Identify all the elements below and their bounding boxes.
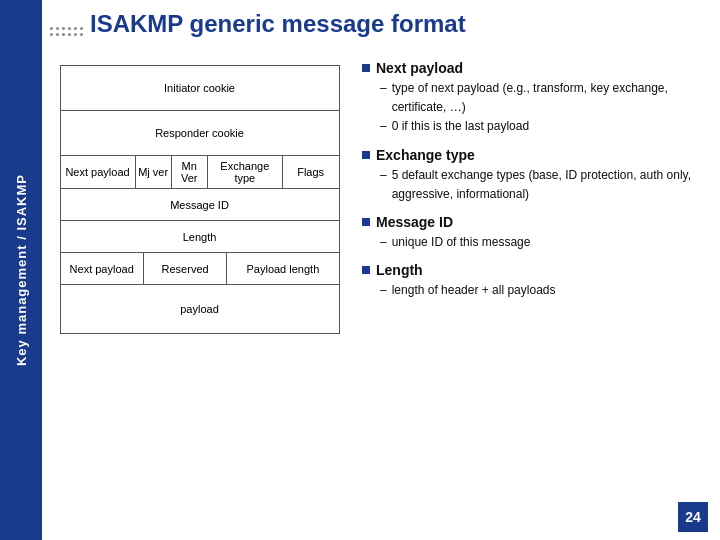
page-number: 24: [678, 502, 708, 532]
responder-cookie-label: Responder cookie: [155, 127, 244, 139]
bullet-title-message-id: Message ID: [362, 214, 705, 230]
bullet-title-length: Length: [362, 262, 705, 278]
bullet-length: Length length of header + all payloads: [362, 262, 705, 300]
bullet-exchange-type: Exchange type 5 default exchange types (…: [362, 147, 705, 204]
dots-decoration: [50, 27, 83, 36]
initiator-cookie-label: Initiator cookie: [164, 82, 235, 94]
diagram-row-payload: payload: [61, 285, 339, 333]
payload-length-cell: Payload length: [227, 253, 338, 284]
sidebar: Key management / ISAKMP: [0, 0, 42, 540]
bullet-icon-exchange-type: [362, 151, 370, 159]
sub-item-length-0: length of header + all payloads: [380, 281, 705, 300]
mj-ver-cell: Mj ver: [136, 156, 172, 188]
sub-items-message-id: unique ID of this message: [362, 233, 705, 252]
sub-item-message-id-0: unique ID of this message: [380, 233, 705, 252]
diagram-row-length: Length: [61, 221, 339, 253]
next-payload-cell-1: Next payload: [61, 156, 136, 188]
sidebar-label: Key management / ISAKMP: [14, 174, 29, 366]
bullet-icon-message-id: [362, 218, 370, 226]
diagram-row-responder: Responder cookie: [61, 111, 339, 156]
reserved-cell: Reserved: [144, 253, 227, 284]
sub-items-next-payload: type of next payload (e.g., transform, k…: [362, 79, 705, 137]
bullet-title-next-payload: Next payload: [362, 60, 705, 76]
bullet-next-payload: Next payload type of next payload (e.g.,…: [362, 60, 705, 137]
bullet-message-id: Message ID unique ID of this message: [362, 214, 705, 252]
diagram-row-header: Next payload Mj ver Mn Ver Exchange type…: [61, 156, 339, 189]
bullet-icon-length: [362, 266, 370, 274]
sub-item-exchange-type-0: 5 default exchange types (base, ID prote…: [380, 166, 705, 204]
next-payload-cell-2: Next payload: [61, 253, 144, 284]
sub-items-exchange-type: 5 default exchange types (base, ID prote…: [362, 166, 705, 204]
diagram-row-initiator: Initiator cookie: [61, 66, 339, 111]
diagram-row-payload-header: Next payload Reserved Payload length: [61, 253, 339, 285]
slide-title: ISAKMP generic message format: [90, 10, 466, 38]
sub-items-length: length of header + all payloads: [362, 281, 705, 300]
sub-item-next-payload-1: 0 if this is the last payload: [380, 117, 705, 136]
diagram-section: Initiator cookie Responder cookie Next p…: [42, 55, 352, 510]
sub-item-next-payload-0: type of next payload (e.g., transform, k…: [380, 79, 705, 117]
bullet-icon-next-payload: [362, 64, 370, 72]
flags-cell: Flags: [283, 156, 339, 188]
diagram-container: Initiator cookie Responder cookie Next p…: [60, 65, 340, 334]
diagram-row-message-id: Message ID: [61, 189, 339, 221]
main-content: Initiator cookie Responder cookie Next p…: [42, 55, 720, 510]
mn-ver-cell: Mn Ver: [172, 156, 208, 188]
description-section: Next payload type of next payload (e.g.,…: [352, 55, 720, 510]
bullet-title-exchange-type: Exchange type: [362, 147, 705, 163]
exchange-type-cell: Exchange type: [208, 156, 283, 188]
